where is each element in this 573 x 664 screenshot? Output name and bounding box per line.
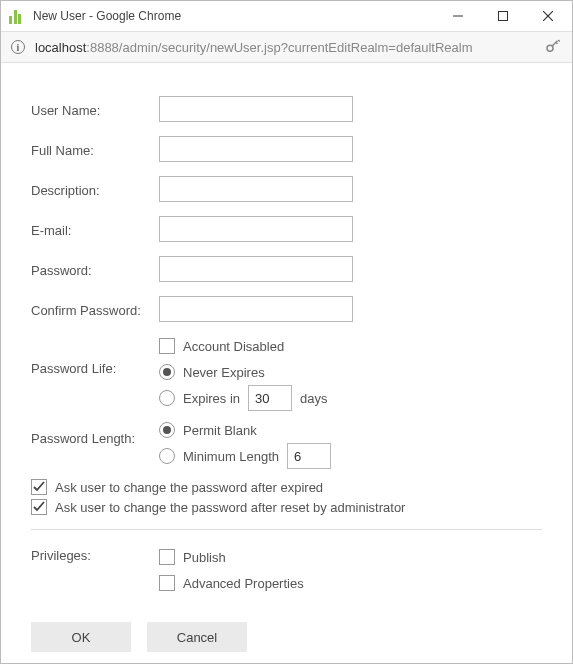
expires-in-days-input[interactable] bbox=[248, 385, 292, 411]
label-password: Password: bbox=[31, 260, 159, 278]
advanced-properties-label: Advanced Properties bbox=[183, 576, 304, 591]
description-input[interactable] bbox=[159, 176, 353, 202]
publish-checkbox[interactable] bbox=[159, 549, 175, 565]
url-host: localhost bbox=[35, 40, 86, 55]
svg-point-4 bbox=[547, 45, 553, 51]
ask-after-reset-label: Ask user to change the password after re… bbox=[55, 500, 405, 515]
address-bar[interactable]: i localhost:8888/admin/security/newUser.… bbox=[1, 31, 572, 63]
advanced-properties-checkbox[interactable] bbox=[159, 575, 175, 591]
button-bar: OK Cancel bbox=[31, 622, 542, 652]
publish-label: Publish bbox=[183, 550, 226, 565]
ask-after-expired-checkbox[interactable] bbox=[31, 479, 47, 495]
username-input[interactable] bbox=[159, 96, 353, 122]
label-password-length: Password Length: bbox=[31, 417, 159, 446]
email-input[interactable] bbox=[159, 216, 353, 242]
cancel-button[interactable]: Cancel bbox=[147, 622, 247, 652]
minimum-length-input[interactable] bbox=[287, 443, 331, 469]
permit-blank-label: Permit Blank bbox=[183, 423, 257, 438]
label-password-life: Password Life: bbox=[31, 333, 159, 376]
site-info-icon[interactable]: i bbox=[11, 40, 25, 54]
minimum-length-label: Minimum Length bbox=[183, 449, 279, 464]
url-path: :8888/admin/security/newUser.jsp?current… bbox=[86, 40, 472, 55]
svg-rect-1 bbox=[498, 12, 507, 21]
label-email: E-mail: bbox=[31, 220, 159, 238]
never-expires-radio[interactable] bbox=[159, 364, 175, 380]
expires-in-radio[interactable] bbox=[159, 390, 175, 406]
ask-after-reset-checkbox[interactable] bbox=[31, 499, 47, 515]
window-titlebar: New User - Google Chrome bbox=[1, 1, 572, 31]
label-privileges: Privileges: bbox=[31, 544, 159, 563]
label-fullname: Full Name: bbox=[31, 140, 159, 158]
account-disabled-checkbox[interactable] bbox=[159, 338, 175, 354]
window-controls bbox=[435, 2, 570, 30]
form-content: User Name: Full Name: Description: E-mai… bbox=[1, 63, 572, 664]
never-expires-label: Never Expires bbox=[183, 365, 265, 380]
password-input[interactable] bbox=[159, 256, 353, 282]
label-confirm-password: Confirm Password: bbox=[31, 300, 159, 318]
minimum-length-radio[interactable] bbox=[159, 448, 175, 464]
close-button[interactable] bbox=[525, 2, 570, 30]
expires-in-suffix: days bbox=[300, 391, 327, 406]
account-disabled-label: Account Disabled bbox=[183, 339, 284, 354]
ask-after-expired-label: Ask user to change the password after ex… bbox=[55, 480, 323, 495]
expires-in-prefix: Expires in bbox=[183, 391, 240, 406]
permit-blank-radio[interactable] bbox=[159, 422, 175, 438]
fullname-input[interactable] bbox=[159, 136, 353, 162]
label-description: Description: bbox=[31, 180, 159, 198]
window-title: New User - Google Chrome bbox=[33, 9, 435, 23]
password-key-icon[interactable] bbox=[544, 37, 562, 58]
maximize-button[interactable] bbox=[480, 2, 525, 30]
app-icon bbox=[9, 8, 25, 24]
label-username: User Name: bbox=[31, 100, 159, 118]
separator bbox=[31, 529, 542, 530]
minimize-button[interactable] bbox=[435, 2, 480, 30]
confirm-password-input[interactable] bbox=[159, 296, 353, 322]
ok-button[interactable]: OK bbox=[31, 622, 131, 652]
